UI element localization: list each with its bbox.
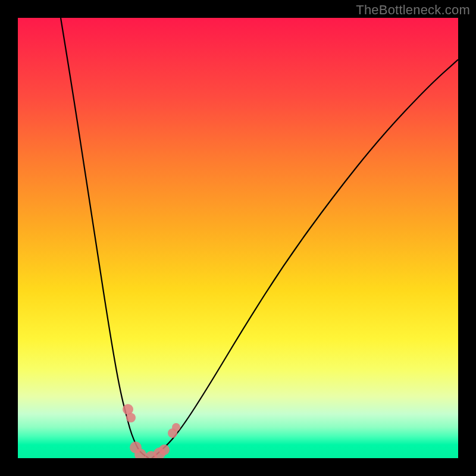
marker-dot xyxy=(126,413,136,422)
right-curve xyxy=(152,60,458,458)
left-curve xyxy=(61,18,149,458)
stage: TheBottleneck.com xyxy=(0,0,476,476)
marker-dot xyxy=(159,444,170,455)
marker-dot xyxy=(172,423,180,431)
chart-svg xyxy=(18,18,458,458)
watermark-text: TheBottleneck.com xyxy=(356,2,470,18)
